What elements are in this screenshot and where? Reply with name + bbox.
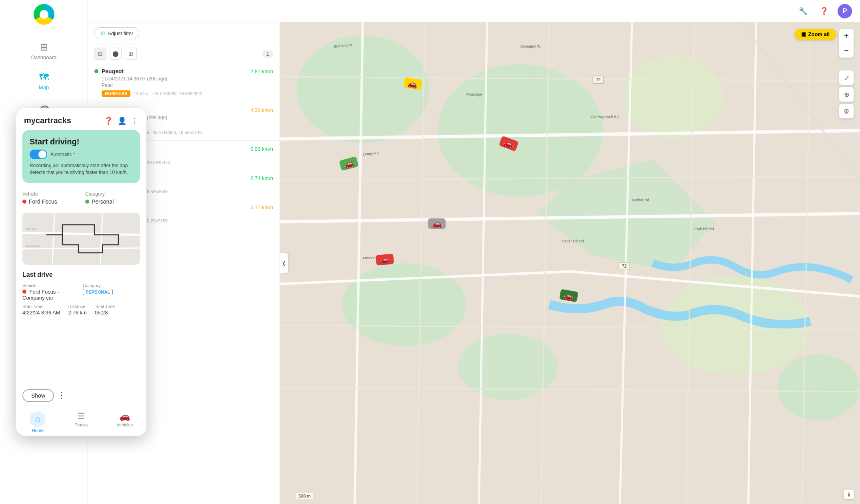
help-icon-btn[interactable]: ❓ [817, 4, 831, 18]
last-drive-grid: Vehicle Ford Focus - Company car Categor… [22, 283, 140, 301]
vehicle-ld-label: Vehicle [22, 283, 80, 288]
mini-map-svg: Park Ave Hopkins Ave [22, 213, 140, 265]
svg-text:Hopkins Ave: Hopkins Ave [26, 245, 40, 247]
category-col-label: Category [85, 191, 140, 197]
category-ld-label: Category [83, 283, 140, 288]
zoom-out-btn[interactable]: − [839, 43, 854, 58]
svg-text:Cedar Hill Rd: Cedar Hill Rd [562, 239, 584, 243]
mobile-header-icons: ❓ 👤 ⋮ [104, 116, 138, 125]
vehicle-name: Peugeot [102, 68, 124, 74]
app-logo[interactable] [34, 4, 54, 25]
mobile-nav-tracks[interactable]: ☰ Tracks [60, 410, 103, 434]
total-time-label: Total Time [95, 304, 115, 309]
topbar: 🔧 ❓ P [88, 0, 860, 22]
svg-text:Old Hopewell Rd: Old Hopewell Rd [591, 115, 619, 119]
dashboard-icon: ⊞ [40, 42, 48, 53]
vehicle-count-badge: 1 [262, 50, 273, 58]
vehicle-item[interactable]: Peugeot 2,81 km/h 11/24/2021 14:38:07 (2… [88, 63, 280, 102]
mobile-header: mycartracks ❓ 👤 ⋮ [16, 108, 146, 130]
mobile-bottom-nav: ⌂ Home ☰ Tracks 🚗 Vehicles [16, 406, 146, 436]
svg-point-3 [624, 56, 724, 139]
vehicle-ld-dot [22, 290, 26, 294]
vehicle-driver: Peter [102, 82, 273, 88]
home-active-bg: ⌂ [30, 411, 46, 427]
vehicle-speed: 2,81 km/h [250, 68, 273, 74]
user-avatar[interactable]: P [838, 4, 852, 18]
filter-bar: ⊙ Adjust filter [88, 22, 280, 44]
compact-view-btn[interactable]: ⊞ [125, 48, 137, 60]
last-drive-section: Last drive Vehicle Ford Focus - Company … [22, 271, 140, 316]
more-options-btn[interactable]: ⋮ [57, 390, 66, 401]
vehicle-speed: 5,11 km/h [250, 204, 273, 210]
category-col-dot [85, 200, 89, 204]
svg-text:Park Hill Rd: Park Hill Rd [694, 227, 714, 231]
mobile-content: Start driving! Automatic * Recording wil… [16, 130, 146, 385]
sidebar-item-map[interactable]: 🗺 Map [0, 67, 88, 95]
profile-mobile-icon[interactable]: 👤 [118, 116, 126, 125]
map-area[interactable]: 72 72 Brattleboro Springhill Rd Lenny Rd… [280, 22, 860, 504]
mobile-app: mycartracks ❓ 👤 ⋮ Start driving! Automat… [16, 108, 146, 436]
start-time-value: 4/22/24 8:36 AM [22, 310, 60, 316]
mobile-nav-vehicles[interactable]: 🚗 Vehicles [103, 410, 146, 434]
car-marker-gray[interactable]: 🚗 [428, 218, 446, 229]
zoom-all-icon: ▣ [801, 31, 806, 37]
zoom-in-btn[interactable]: + [839, 29, 854, 43]
start-driving-card: Start driving! Automatic * Recording wil… [22, 130, 140, 183]
sidebar-item-label-dashboard: Dashboard [31, 54, 57, 60]
mobile-nav-home[interactable]: ⌂ Home [16, 410, 60, 434]
filter-icon: ⊙ [100, 30, 105, 36]
svg-text:Springhill Rd: Springhill Rd [520, 44, 542, 48]
start-time-col: Start Time 4/22/24 8:36 AM [22, 304, 60, 316]
svg-point-7 [777, 354, 860, 421]
show-button[interactable]: Show [22, 389, 54, 402]
distance-col: Distance 2.76 km [68, 304, 87, 316]
mobile-nav-vehicles-label: Vehicles [116, 422, 133, 427]
layers-icon-btn[interactable]: ⊕ [839, 87, 854, 102]
toggle-label: Automatic * [50, 152, 75, 157]
vehicle-speed: 2,74 km/h [250, 175, 273, 181]
car-marker-red2[interactable]: 🚗 [376, 254, 394, 266]
map-side-controls: ⤢ ⊕ ⚙ [839, 70, 854, 118]
vehicle-col-dot [22, 200, 26, 204]
start-time-label: Start Time [22, 304, 60, 309]
category-ld-value: PERSONAL [83, 289, 140, 295]
tracks-mobile-icon: ☰ [77, 411, 85, 422]
svg-text:Park Ave: Park Ave [26, 228, 36, 230]
settings-map-icon-btn[interactable]: ⚙ [839, 104, 854, 118]
sidebar-item-dashboard[interactable]: ⊞ Dashboard [0, 37, 88, 65]
category-info-col: Category PERSONAL [83, 283, 140, 301]
mobile-nav-tracks-label: Tracks [75, 422, 88, 427]
vehicle-time: 11/24/2021 14:38:07 (20s ago) [102, 76, 273, 82]
total-time-col: Total Time 05:28 [95, 304, 115, 316]
vehicle-ld-value: Ford Focus - Company car [22, 289, 80, 301]
map-info-btn[interactable]: ℹ [844, 490, 854, 499]
collapse-panel-btn[interactable]: ❮ [280, 253, 288, 273]
vehicles-mobile-icon: 🚗 [119, 411, 130, 422]
adjust-filter-button[interactable]: ⊙ Adjust filter [94, 27, 139, 39]
auto-toggle[interactable] [30, 150, 47, 159]
zoom-all-button[interactable]: ▣ Zoom all [795, 29, 836, 40]
zoom-button-group: + − [839, 29, 854, 58]
settings-icon-btn[interactable]: 🔧 [796, 4, 810, 18]
map-scale: 500 m [296, 493, 313, 499]
distance-value: 2.76 km [68, 310, 87, 316]
expand-icon-btn[interactable]: ⤢ [839, 70, 854, 85]
vehicle-info-col: Vehicle Ford Focus - Company car [22, 283, 80, 301]
category-col: Category Personal [85, 191, 140, 205]
help-mobile-icon[interactable]: ❓ [104, 116, 113, 125]
grid-view-btn[interactable]: ⊟ [94, 48, 106, 60]
svg-line-41 [22, 248, 140, 249]
total-time-value: 05:28 [95, 310, 115, 316]
sidebar-item-label-map: Map [39, 84, 49, 90]
svg-text:72: 72 [622, 264, 627, 268]
mini-map: Park Ave Hopkins Ave [22, 213, 140, 265]
map-icon: 🗺 [39, 72, 49, 83]
vehicle-speed: 4,36 km/h [250, 107, 273, 113]
vehicle-coords: 13,94 m 48.1760030, 18.5652820 [134, 91, 202, 96]
svg-point-2 [438, 64, 603, 197]
list-view-btn[interactable]: ⬤ [110, 48, 122, 60]
view-controls: ⊟ ⬤ ⊞ 1 [88, 44, 280, 63]
svg-text:72: 72 [596, 78, 601, 82]
more-mobile-icon[interactable]: ⋮ [131, 116, 138, 125]
start-driving-desc: Recording will automatically start after… [30, 162, 133, 176]
